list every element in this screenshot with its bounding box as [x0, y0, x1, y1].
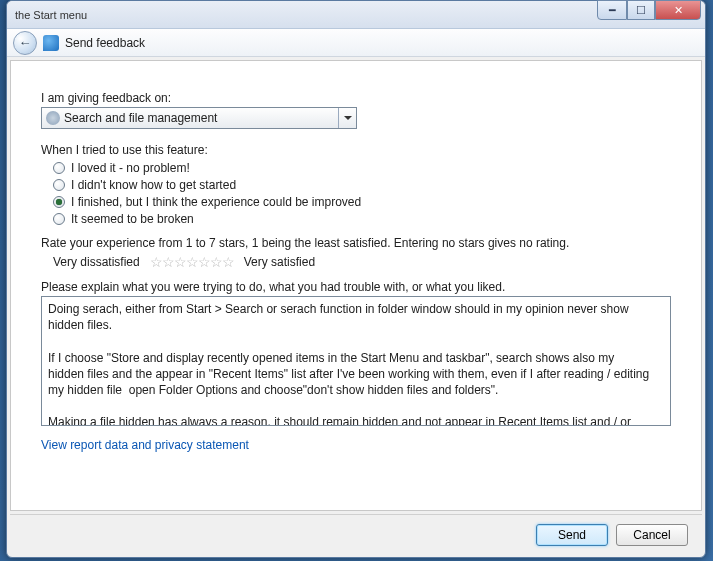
- send-button[interactable]: Send: [536, 524, 608, 546]
- feedback-window: the Start menu ━ ☐ ✕ ← Send feedback I a…: [6, 0, 706, 558]
- topic-label: I am giving feedback on:: [41, 91, 671, 105]
- star-rating[interactable]: ☆☆☆☆☆☆☆: [150, 254, 234, 270]
- back-button[interactable]: ←: [13, 31, 37, 55]
- titlebar[interactable]: the Start menu ━ ☐ ✕: [7, 1, 705, 29]
- chevron-down-icon: [338, 108, 356, 128]
- radio-option[interactable]: I didn't know how to get started: [53, 178, 671, 192]
- content-area: I am giving feedback on: Search and file…: [10, 60, 702, 511]
- radio-label: I finished, but I think the experience c…: [71, 195, 361, 209]
- maximize-button[interactable]: ☐: [627, 0, 655, 20]
- experience-label: When I tried to use this feature:: [41, 143, 671, 157]
- radio-icon[interactable]: [53, 213, 65, 225]
- explain-label: Please explain what you were trying to d…: [41, 280, 671, 294]
- toolbar: ← Send feedback: [7, 29, 705, 57]
- toolbar-title: Send feedback: [65, 36, 145, 50]
- radio-label: I loved it - no problem!: [71, 161, 190, 175]
- radio-option[interactable]: I loved it - no problem!: [53, 161, 671, 175]
- close-button[interactable]: ✕: [655, 0, 701, 20]
- window-title: the Start menu: [15, 9, 87, 21]
- privacy-link[interactable]: View report data and privacy statement: [41, 438, 249, 452]
- topic-value: Search and file management: [64, 111, 217, 125]
- experience-options: I loved it - no problem! I didn't know h…: [53, 161, 671, 226]
- footer: Send Cancel: [10, 514, 702, 554]
- radio-icon[interactable]: [53, 196, 65, 208]
- topic-dropdown[interactable]: Search and file management: [41, 107, 357, 129]
- radio-icon[interactable]: [53, 162, 65, 174]
- very-dissatisfied-label: Very dissatisfied: [53, 255, 140, 269]
- topic-icon: [46, 111, 60, 125]
- radio-icon[interactable]: [53, 179, 65, 191]
- feedback-textarea[interactable]: Doing serach, either from Start > Search…: [41, 296, 671, 426]
- radio-option[interactable]: I finished, but I think the experience c…: [53, 195, 671, 209]
- radio-label: I didn't know how to get started: [71, 178, 236, 192]
- feedback-icon: [43, 35, 59, 51]
- very-satisfied-label: Very satisfied: [244, 255, 315, 269]
- cancel-button[interactable]: Cancel: [616, 524, 688, 546]
- radio-option[interactable]: It seemed to be broken: [53, 212, 671, 226]
- arrow-left-icon: ←: [19, 35, 32, 50]
- rating-label: Rate your experience from 1 to 7 stars, …: [41, 236, 671, 250]
- minimize-button[interactable]: ━: [597, 0, 627, 20]
- radio-label: It seemed to be broken: [71, 212, 194, 226]
